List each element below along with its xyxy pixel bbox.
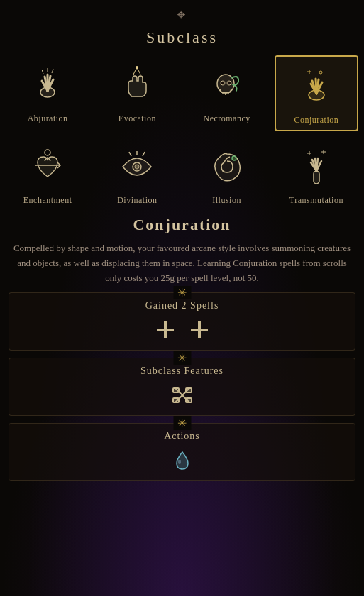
actions-icons xyxy=(18,448,346,473)
divination-icon-wrapper xyxy=(111,141,162,192)
spell-icons xyxy=(18,317,346,343)
necromancy-icon xyxy=(206,64,248,106)
illusion-label: Illusion xyxy=(212,195,241,206)
svg-point-28 xyxy=(135,165,139,169)
gained-spells-ornament: ✳ xyxy=(173,286,191,299)
actions-ornament: ✳ xyxy=(173,416,191,430)
illusion-icon-wrapper xyxy=(202,141,253,192)
subclass-item-enchantment[interactable]: Enchantment xyxy=(6,137,89,210)
svg-rect-48 xyxy=(173,398,179,402)
page-title: Subclass xyxy=(0,26,364,55)
svg-point-24 xyxy=(319,71,322,74)
conjuration-icon-wrapper xyxy=(291,61,342,112)
abjuration-label: Abjuration xyxy=(28,114,68,124)
actions-icon[interactable] xyxy=(170,448,195,473)
svg-point-53 xyxy=(178,460,181,464)
svg-line-6 xyxy=(42,70,43,74)
necromancy-icon-wrapper xyxy=(202,60,253,111)
actions-title: Actions xyxy=(18,431,346,442)
conjuration-label: Conjuration xyxy=(294,115,338,126)
divination-label: Divination xyxy=(117,195,157,206)
actions-card: ✳ Actions xyxy=(9,423,355,481)
svg-point-5 xyxy=(40,87,55,97)
svg-point-11 xyxy=(221,81,225,85)
svg-rect-46 xyxy=(191,329,208,331)
abjuration-icon xyxy=(26,64,69,106)
divination-icon xyxy=(116,145,158,188)
svg-rect-33 xyxy=(314,171,319,184)
spell-icon-1[interactable] xyxy=(153,317,178,343)
subclass-item-abjuration[interactable]: Abjuration xyxy=(6,55,89,131)
svg-point-9 xyxy=(136,66,138,69)
subclass-item-necromancy[interactable]: Necromancy xyxy=(185,55,269,131)
detail-section: Conjuration Compelled by shape and motio… xyxy=(0,216,364,285)
enchantment-icon-wrapper xyxy=(22,141,73,192)
subclass-grid: Abjuration Evocation xyxy=(0,55,364,216)
enchantment-icon xyxy=(26,145,69,188)
transmutation-icon-wrapper xyxy=(291,141,342,192)
subclass-item-illusion[interactable]: Illusion xyxy=(185,137,269,210)
illusion-icon xyxy=(206,145,248,188)
page-container: ⌖ Subclass xyxy=(0,0,364,596)
transmutation-icon xyxy=(295,145,338,188)
subclass-features-icon[interactable] xyxy=(170,382,195,408)
subclass-item-evocation[interactable]: Evocation xyxy=(95,55,179,131)
subclass-item-transmutation[interactable]: Transmutation xyxy=(275,137,358,210)
svg-line-31 xyxy=(143,152,145,156)
svg-line-8 xyxy=(52,69,53,73)
evocation-icon-wrapper xyxy=(111,60,162,111)
subclass-features-title: Subclass Features xyxy=(18,365,346,377)
abjuration-icon-wrapper xyxy=(22,60,73,111)
subclass-features-card: ✳ Subclass Features xyxy=(9,358,355,416)
svg-rect-52 xyxy=(173,388,179,392)
gained-spells-title: Gained 2 Spells xyxy=(18,300,346,311)
svg-rect-49 xyxy=(186,388,192,392)
necromancy-label: Necromancy xyxy=(203,114,250,124)
subclass-item-divination[interactable]: Divination xyxy=(95,137,179,210)
detail-title: Conjuration xyxy=(11,216,353,234)
conjuration-icon xyxy=(295,65,338,108)
svg-rect-44 xyxy=(157,329,174,331)
subclass-features-ornament: ✳ xyxy=(173,351,191,365)
svg-rect-51 xyxy=(186,398,192,402)
spell-icon-2[interactable] xyxy=(187,317,212,343)
svg-point-21 xyxy=(309,90,324,100)
evocation-label: Evocation xyxy=(118,114,156,124)
evocation-icon xyxy=(116,64,158,106)
svg-line-30 xyxy=(129,152,131,156)
detail-description: Compelled by shape and motion, your favo… xyxy=(11,241,353,285)
svg-point-32 xyxy=(232,156,236,160)
transmutation-label: Transmutation xyxy=(289,195,343,206)
top-ornament: ⌖ xyxy=(0,0,364,26)
gained-spells-card: ✳ Gained 2 Spells xyxy=(9,292,355,351)
svg-point-12 xyxy=(227,81,231,85)
subclass-features-icons xyxy=(18,382,346,408)
enchantment-label: Enchantment xyxy=(23,195,72,206)
svg-point-26 xyxy=(45,150,50,155)
subclass-item-conjuration[interactable]: Conjuration xyxy=(275,55,358,131)
